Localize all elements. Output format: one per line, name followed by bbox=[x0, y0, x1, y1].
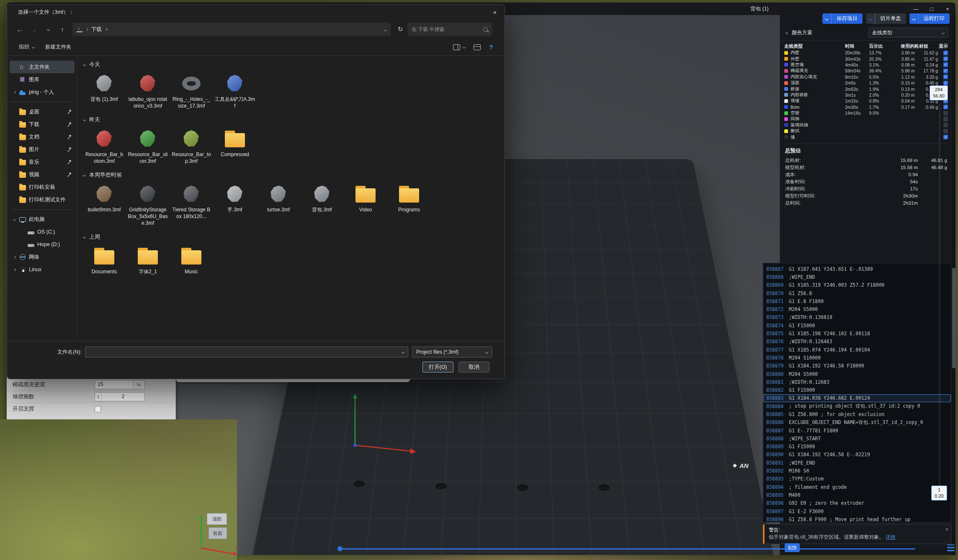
setting-stepper[interactable]: ▲▼ 2 bbox=[95, 392, 145, 401]
sidebar-item[interactable]: Hope (D:) bbox=[10, 238, 75, 251]
open-button[interactable]: 打开(O) bbox=[422, 362, 453, 372]
toolbar-split-button[interactable]: 远程打印 bbox=[909, 13, 950, 24]
file-item[interactable]: Programs bbox=[388, 181, 430, 228]
file-item[interactable]: Music bbox=[170, 243, 212, 277]
file-item[interactable]: 背包.3mf bbox=[301, 181, 343, 228]
gcode-line[interactable]: 858897 G1 E-2 F3600 bbox=[763, 507, 951, 515]
sidebar-item[interactable]: 打印机测试文件 bbox=[10, 193, 75, 206]
visibility-checkbox[interactable] bbox=[943, 81, 948, 85]
sidebar-item[interactable]: 图库 bbox=[10, 73, 75, 86]
file-item[interactable]: Compressed bbox=[214, 126, 256, 166]
setting-value[interactable]: 2 bbox=[102, 393, 144, 401]
gcode-line[interactable]: 858891 ;WIPE_END bbox=[763, 459, 951, 467]
file-item[interactable]: 字体2_1 bbox=[127, 243, 169, 277]
move-slider-track[interactable] bbox=[340, 548, 915, 550]
gcode-console[interactable]: 858867 G1 X187.641 Y243.651 E-.01389 858… bbox=[763, 263, 951, 522]
chevron-icon[interactable] bbox=[12, 269, 16, 271]
gcode-line[interactable]: 858898 G1 Z58.8 F900 ; Move print head f… bbox=[763, 515, 951, 522]
file-item[interactable]: Resource_Bar_slicer.3mf bbox=[127, 126, 169, 166]
gcode-line[interactable]: 858887 G1 E-.77781 F1800 bbox=[763, 426, 951, 434]
setting-checkbox[interactable] bbox=[95, 406, 101, 412]
sidebar-item[interactable]: ping - 个人 bbox=[10, 86, 75, 98]
sidebar-item[interactable]: 打印机安装 bbox=[10, 181, 75, 193]
gcode-line[interactable]: 858894 ; filament end gcode bbox=[763, 483, 951, 491]
line-type-row[interactable]: 装填回抽 bbox=[784, 122, 948, 128]
gcode-line[interactable]: 858871 G1 E.8 F1800 bbox=[763, 297, 951, 305]
line-type-row[interactable]: 桥接 2m53s 1.9% 0.13 m 0.40 g bbox=[784, 86, 948, 92]
gcode-line[interactable]: 858896 G92 E0 ; zero the extruder bbox=[763, 499, 951, 507]
file-item[interactable]: bullet9mm.3mf bbox=[83, 181, 125, 228]
setting-input[interactable]: 15 % bbox=[95, 380, 145, 389]
gcode-line[interactable]: 858890 G1 X184.192 Y246.58 E-.02219 bbox=[763, 451, 951, 459]
address-bar[interactable]: 下载 bbox=[72, 23, 391, 36]
chevron-down-icon[interactable] bbox=[909, 13, 919, 24]
gcode-line[interactable]: 858872 M204 S5000 bbox=[763, 305, 951, 313]
chevron-icon[interactable] bbox=[12, 256, 16, 258]
group-collapse-icon[interactable] bbox=[83, 236, 86, 239]
gcode-line[interactable]: 858867 G1 X187.641 Y243.651 E-.01389 bbox=[763, 265, 951, 273]
file-group-header[interactable]: 昨天 bbox=[82, 114, 500, 125]
line-type-row[interactable]: 空驶 14m16s 9.5% bbox=[784, 110, 948, 116]
address-dropdown-icon[interactable] bbox=[384, 26, 386, 32]
visibility-checkbox[interactable] bbox=[943, 123, 948, 127]
file-item[interactable]: Ring_-_Holes_-_size_17.3mf bbox=[170, 71, 212, 111]
line-type-row[interactable]: 内部搭桥 3m1s 2.0% 0.20 m 0.60 g bbox=[784, 92, 948, 98]
gcode-line[interactable]: 858893 ;TYPE:Custom bbox=[763, 475, 951, 483]
gcode-line[interactable]: 858878 M204 S10000 bbox=[763, 354, 951, 362]
sidebar-item[interactable]: 主文件夹 bbox=[10, 61, 75, 73]
sidebar-item[interactable]: 此电脑 bbox=[10, 213, 75, 226]
gcode-line[interactable]: 858886 EXCLUDE_OBJECT_END NAME=背包.stl_37… bbox=[763, 419, 951, 426]
sidebar-item[interactable]: 视频 bbox=[10, 168, 75, 181]
line-type-row[interactable]: 外壁 30m43s 20.3% 3.85 m 11.47 g bbox=[784, 56, 948, 62]
line-type-row[interactable]: 擦拭 bbox=[784, 128, 948, 134]
visibility-checkbox[interactable] bbox=[943, 105, 948, 109]
gcode-line[interactable]: 858884 ; stop printing object 背包.stl_37 … bbox=[763, 402, 951, 410]
toolbar-button-label[interactable]: 保存项目 bbox=[832, 13, 863, 24]
line-type-row[interactable]: 回抽 bbox=[784, 116, 948, 122]
view-cube-front-face[interactable]: 前面 bbox=[209, 527, 227, 539]
up-button[interactable]: ↑ bbox=[56, 23, 69, 36]
line-type-row[interactable]: 缝 bbox=[784, 134, 948, 140]
toolbar-split-button[interactable]: 切片单盘 bbox=[866, 13, 906, 24]
gcode-line[interactable]: 858888 ;WIPE_START bbox=[763, 434, 951, 442]
gcode-line[interactable]: 858874 G1 F15000 bbox=[763, 321, 951, 329]
file-item[interactable]: Documents bbox=[83, 243, 125, 277]
gcode-line[interactable]: 858870 G1 Z56.8 bbox=[763, 289, 951, 297]
view-cube[interactable]: z 顶部 前面 x bbox=[192, 511, 242, 552]
recent-locations-button[interactable] bbox=[41, 23, 55, 36]
gcode-line[interactable]: 858868 ;WIPE_END bbox=[763, 273, 951, 281]
toolbar-split-button[interactable]: 保存项目 bbox=[822, 13, 863, 24]
file-item[interactable]: Tiered Storage Box 180x120... bbox=[170, 181, 212, 228]
line-type-row[interactable]: 内壁 20m39s 13.7% 3.90 m 11.62 g bbox=[784, 50, 948, 56]
file-item[interactable]: 背包 (1).3mf bbox=[83, 71, 125, 111]
breadcrumb[interactable]: 下载 bbox=[91, 26, 102, 33]
group-collapse-icon[interactable] bbox=[83, 118, 86, 121]
visibility-checkbox[interactable] bbox=[943, 135, 948, 139]
visibility-checkbox[interactable] bbox=[943, 51, 948, 55]
gcode-line[interactable]: 858880 M204 S5000 bbox=[763, 370, 951, 378]
line-type-row[interactable]: 填缝 1m15s 0.8% 0.04 m 0.11 g bbox=[784, 98, 948, 104]
help-button[interactable]: ? bbox=[489, 44, 493, 51]
panel-scrollbar[interactable] bbox=[952, 15, 955, 555]
toolbar-button-label[interactable]: 远程打印 bbox=[919, 13, 950, 24]
forward-button[interactable]: → bbox=[27, 23, 41, 36]
file-item[interactable]: GridfinityStorageBox_5x5x6U_Base.3mf bbox=[127, 181, 169, 228]
file-group-header[interactable]: 上周 bbox=[82, 231, 500, 242]
line-type-row[interactable]: 稀疏填充 59m34s 39.4% 5.96 m 17.78 g bbox=[784, 68, 948, 74]
gcode-line[interactable]: 858882 G1 F15000 bbox=[763, 386, 951, 394]
gcode-line[interactable]: 858879 G1 X184.192 Y246.58 F18000 bbox=[763, 362, 951, 370]
move-slider-handle[interactable] bbox=[337, 546, 343, 551]
gcode-line[interactable]: 858883 G1 X184.038 Y246.682 E.00124 bbox=[763, 394, 951, 402]
gcode-line[interactable]: 858876 ;WIDTH:0.126463 bbox=[763, 338, 951, 346]
gcode-line[interactable]: 858875 G1 X185.198 Y246.102 E.00118 bbox=[763, 329, 951, 337]
chevron-icon[interactable] bbox=[12, 91, 16, 93]
layer-slider-top-label[interactable]: 284 56.80 bbox=[930, 85, 948, 100]
group-collapse-icon[interactable] bbox=[83, 174, 86, 177]
line-type-row[interactable]: 悬空墙 4m40s 3.1% 0.08 m 0.24 g bbox=[784, 62, 948, 68]
visibility-checkbox[interactable] bbox=[943, 74, 948, 79]
line-type-row[interactable]: Brim 2m30s 1.7% 0.17 m 0.49 g bbox=[784, 104, 948, 110]
cancel-button[interactable]: 取消 bbox=[458, 362, 489, 372]
line-type-row[interactable]: 内部实心填充 8m15s 5.5% 1.12 m 3.33 g bbox=[784, 74, 948, 80]
layer-slider-bottom-label[interactable]: 1 0.20 bbox=[931, 486, 947, 501]
gcode-line[interactable]: 858895 M400 bbox=[763, 491, 951, 499]
